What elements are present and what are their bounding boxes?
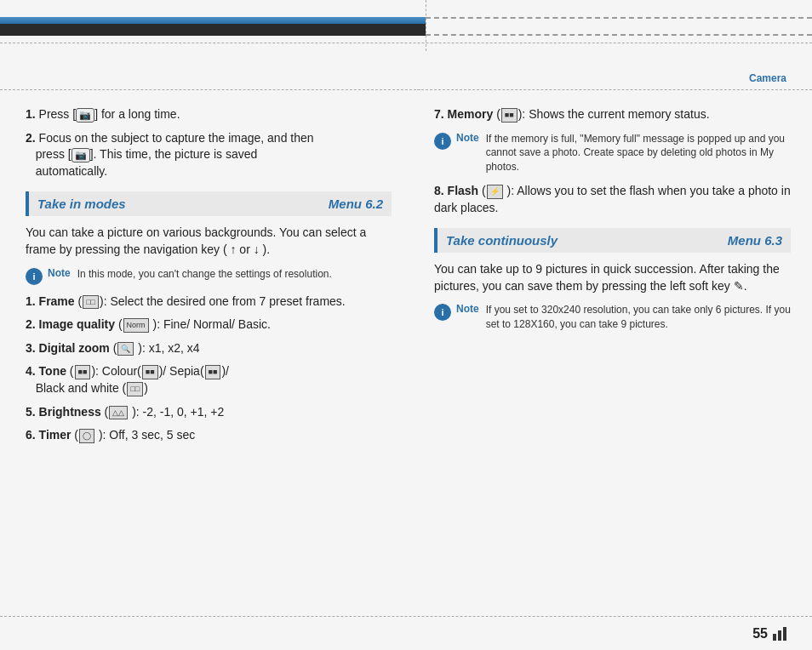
take-continuously-heading: Take continuously Menu 6.3 [434, 228, 791, 253]
note-icon-1: i [26, 268, 43, 285]
tone-item: 4. Tone (■■): Colour(■■)/ Sepia(■■)/ Bla… [26, 363, 392, 396]
page-bar-3 [783, 627, 786, 641]
step-2-num: 2. [26, 131, 36, 145]
memory-icon: ■■ [501, 108, 518, 123]
top-bar-blue [0, 17, 426, 24]
vertical-divider [426, 0, 426, 51]
main-content: 1. Press [📷] for a long time. 2. Focus o… [0, 98, 812, 616]
take-in-modes-note: i Note In this mode, you can't change th… [26, 267, 392, 285]
take-continuously-note: i Note If you set to 320x240 resolution,… [434, 303, 791, 332]
note-label-1: Note [48, 267, 71, 279]
quality-icon: Norm [123, 318, 149, 333]
top-bar-black [0, 24, 426, 36]
note-text-1: In this mode, you can't change the setti… [77, 267, 332, 282]
frame-num: 1. [26, 294, 36, 308]
timer-icon: ◯ [79, 429, 94, 443]
timer-item: 6. Timer (◯ ): Off, 3 sec, 5 sec [26, 427, 392, 444]
digital-zoom-num: 3. [26, 341, 36, 355]
memory-item: 7. Memory (■■): Shows the current memory… [434, 106, 791, 123]
memory-num: 7. [434, 107, 444, 121]
camera-key-2: 📷 [71, 148, 90, 162]
bw-icon: □□ [127, 382, 143, 396]
frame-icon: □□ [83, 295, 99, 310]
page-bar-1 [773, 634, 776, 641]
take-continuously-note-text: If you set to 320x240 resolution, you ca… [486, 303, 791, 332]
step-1-num: 1. [26, 107, 36, 121]
camera-key-1: 📷 [76, 108, 94, 123]
note-label-2: Note [456, 132, 479, 144]
note-icon-3: i [434, 304, 451, 321]
note-label-3: Note [456, 303, 479, 315]
note-icon-2: i [434, 133, 451, 150]
camera-label: Camera [749, 72, 786, 84]
sepia-icon: ■■ [205, 365, 221, 379]
right-column: 7. Memory (■■): Shows the current memory… [417, 98, 812, 616]
left-column: 1. Press [📷] for a long time. 2. Focus o… [0, 98, 417, 616]
page-bars [773, 627, 786, 641]
colour-icon: ■■ [142, 365, 158, 379]
digital-zoom-item: 3. Digital zoom (🔍 ): x1, x2, x4 [26, 340, 392, 357]
main-divider [0, 43, 812, 43]
bottom-bar: 55 [0, 616, 812, 650]
take-continuously-menu: Menu 6.3 [728, 233, 782, 248]
flash-icon: ⚡ [487, 185, 503, 199]
take-in-modes-title: Take in modes [37, 197, 329, 211]
top-bar-right-dashed [426, 17, 812, 36]
step-2: 2. Focus on the subject to capture the i… [26, 130, 392, 180]
tone-num: 4. [26, 364, 36, 378]
take-continuously-desc: You can take up to 9 pictures in quick s… [434, 261, 791, 294]
page-number: 55 [752, 626, 768, 641]
take-in-modes-menu: Menu 6.2 [329, 197, 383, 211]
frame-item: 1. Frame (□□): Select the desired one fr… [26, 294, 392, 311]
zoom-icon: 🔍 [117, 342, 134, 356]
camera-divider [417, 89, 812, 90]
take-in-modes-heading: Take in modes Menu 6.2 [26, 191, 392, 216]
step-1: 1. Press [📷] for a long time. [26, 106, 392, 123]
left-divider [0, 89, 420, 90]
brightness-icon: △△ [109, 406, 128, 420]
take-in-modes-desc: You can take a picture on various backgr… [26, 225, 392, 258]
top-bar-container [0, 0, 812, 43]
page-bar-2 [778, 630, 781, 641]
brightness-num: 5. [26, 405, 36, 419]
image-quality-num: 2. [26, 317, 36, 331]
flash-item: 8. Flash (⚡ ): Allows you to set the fla… [434, 183, 791, 216]
take-continuously-title: Take continuously [446, 233, 728, 248]
flash-num: 8. [434, 184, 444, 197]
image-quality-item: 2. Image quality (Norm ): Fine/ Normal/ … [26, 316, 392, 334]
memory-note-text: If the memory is full, "Memory full" mes… [486, 132, 791, 174]
memory-note: i Note If the memory is full, "Memory fu… [434, 132, 791, 174]
brightness-item: 5. Brightness (△△ ): -2, -1, 0, +1, +2 [26, 404, 392, 421]
timer-num: 6. [26, 428, 36, 442]
tone-icon: ■■ [75, 365, 91, 379]
